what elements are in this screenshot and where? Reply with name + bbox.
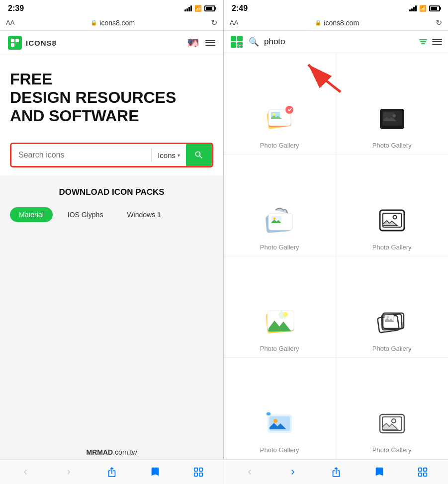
icon-image-3 [262, 203, 297, 239]
icon-image-6 [374, 304, 410, 340]
svg-rect-0 [11, 39, 14, 42]
svg-rect-47 [199, 473, 202, 476]
svg-rect-49 [418, 473, 421, 476]
icon-cell-6[interactable]: Photo Gallery [336, 256, 448, 358]
svg-rect-6 [231, 42, 236, 48]
right-signal-icon [409, 5, 417, 11]
signal-icon [184, 5, 192, 11]
hero-line3: AND SOFTWARE [10, 107, 213, 125]
logo-container: ICONS8 [8, 36, 57, 50]
right-bookmarks-button[interactable] [369, 462, 389, 482]
icon-image-4 [374, 203, 410, 239]
hero-section: FREE DESIGN RESOURCES AND SOFTWARE [0, 55, 223, 135]
flag-icon[interactable]: 🇺🇸 [187, 37, 198, 48]
search-field[interactable]: photo [264, 37, 414, 47]
icon-cell-3[interactable]: Photo Gallery [224, 155, 336, 256]
right-tabs-button[interactable] [413, 462, 433, 482]
watermark: MRMADMRMAD.com.tw.com.tw [0, 445, 223, 459]
svg-rect-5 [237, 36, 243, 41]
left-forward-button[interactable] [59, 462, 79, 482]
icon-image-5 [262, 304, 297, 340]
hamburger-menu[interactable] [205, 40, 215, 46]
right-forward-button[interactable] [283, 462, 303, 482]
hero-line2: DESIGN RESOURCES [10, 88, 213, 107]
svg-point-31 [283, 312, 288, 317]
right-hamburger[interactable] [432, 39, 442, 45]
svg-point-19 [393, 114, 396, 117]
svg-rect-51 [423, 473, 426, 476]
left-back-button[interactable] [15, 462, 35, 482]
left-nav-bar: ICONS8 🇺🇸 [0, 31, 223, 55]
svg-rect-1 [15, 39, 19, 42]
search-section: Icons ▾ [0, 135, 223, 175]
svg-point-27 [393, 216, 396, 219]
pill-material[interactable]: Material [10, 207, 53, 222]
svg-point-36 [386, 316, 389, 319]
icon-label-3: Photo Gallery [260, 243, 299, 251]
search-button[interactable] [186, 144, 212, 166]
pill-ios[interactable]: IOS Glyphs [59, 207, 112, 222]
right-aa-button[interactable]: AA [230, 19, 238, 26]
right-refresh-button[interactable]: ↻ [436, 18, 442, 27]
nav-right: 🇺🇸 [187, 37, 215, 48]
search-input[interactable] [11, 144, 151, 166]
filter-icon[interactable] [419, 39, 427, 44]
icon-label-2: Photo Gallery [372, 142, 412, 149]
svg-rect-44 [194, 468, 197, 471]
left-address-bar[interactable]: AA 🔒 icons8.com ↻ [0, 15, 223, 31]
icons-grid: Photo Gallery Photo Gallery [224, 53, 448, 459]
hero-line1: FREE [10, 70, 213, 88]
refresh-button[interactable]: ↻ [211, 18, 217, 27]
pill-windows[interactable]: Windows 1 [118, 207, 170, 222]
svg-rect-2 [11, 43, 14, 47]
tag-pills: Material IOS Glyphs Windows 1 [10, 207, 213, 222]
chevron-down-icon: ▾ [178, 153, 180, 158]
right-bottom-toolbar [224, 459, 448, 484]
icon-cell-5[interactable]: Photo Gallery [224, 256, 336, 358]
left-bookmarks-button[interactable] [145, 462, 165, 482]
icon-cell-4[interactable]: Photo Gallery [336, 155, 448, 256]
aa-button[interactable]: AA [6, 19, 14, 26]
icon-image-7 [262, 405, 297, 441]
icon-cell-2[interactable]: Photo Gallery [336, 53, 448, 155]
right-url[interactable]: 🔒 icons8.com [242, 19, 432, 27]
icon-image-1 [262, 101, 297, 137]
right-back-button[interactable] [240, 462, 260, 482]
svg-rect-48 [418, 468, 421, 471]
svg-rect-9 [240, 45, 243, 48]
right-search-icon[interactable]: 🔍 [249, 37, 259, 47]
icon-image-8 [374, 405, 410, 441]
icon-label-6: Photo Gallery [372, 345, 412, 352]
filter-lines[interactable] [419, 39, 427, 44]
icon-label-8: Photo Gallery [372, 446, 412, 454]
left-url[interactable]: 🔒 icons8.com [18, 19, 207, 27]
wifi-icon: 📶 [194, 5, 202, 12]
icon-label-5: Photo Gallery [260, 345, 299, 352]
right-status-bar: 2:49 📶 [224, 0, 448, 15]
icon-cell-8[interactable]: Photo Gallery [336, 358, 448, 459]
bottom-area [0, 459, 448, 484]
right-battery-icon [429, 5, 440, 11]
download-title: DOWNLOAD ICON PACKS [10, 187, 213, 197]
svg-rect-46 [199, 468, 202, 471]
icon-label-4: Photo Gallery [372, 243, 412, 251]
svg-rect-8 [237, 45, 240, 48]
right-share-button[interactable] [326, 462, 346, 482]
lock-icon: 🔒 [90, 19, 97, 26]
icon-label-7: Photo Gallery [260, 446, 299, 454]
svg-rect-45 [194, 473, 197, 476]
download-section: DOWNLOAD ICON PACKS Material IOS Glyphs … [0, 175, 223, 445]
search-box: Icons ▾ [10, 143, 213, 167]
right-address-bar[interactable]: AA 🔒 icons8.com ↻ [224, 15, 448, 31]
battery-icon [204, 5, 215, 11]
left-tabs-button[interactable] [188, 462, 208, 482]
search-dropdown[interactable]: Icons ▾ [152, 144, 186, 166]
left-time: 2:39 [8, 4, 24, 13]
svg-rect-7 [237, 42, 243, 45]
right-logo [230, 35, 244, 49]
icon-cell-7[interactable]: Photo Gallery [224, 358, 336, 459]
right-time: 2:49 [232, 4, 248, 13]
svg-point-43 [392, 419, 396, 423]
left-share-button[interactable] [102, 462, 122, 482]
icon-cell-1[interactable]: Photo Gallery [224, 53, 336, 155]
